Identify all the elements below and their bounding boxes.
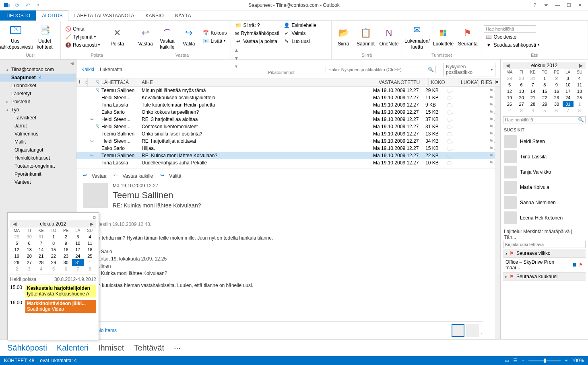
favorite-contact[interactable]: Heidi Steen [503,134,586,149]
nav-mail[interactable]: Sähköposti [7,343,47,353]
message-row[interactable]: Heidi Steen... Kevätkokouksen osallistuj… [76,94,495,101]
message-row[interactable]: ↪ Teemu Sallinen RE: Kuinka moni lähtee … [76,152,495,159]
message-row[interactable]: Tiina Lassila Uudelleenohjaus Juha-Pekal… [76,159,495,166]
tab-view[interactable]: NÄYTÄ [169,10,197,21]
search-mail-input[interactable] [326,66,426,73]
onenote-button[interactable]: NOneNote [378,26,399,47]
message-row[interactable]: Esko Sario Onko kokous tarpeellinen? Ma … [76,109,495,116]
message-row[interactable]: 📎 Teemu Sallinen Minun piti lähettää myö… [76,87,495,94]
zoom-out-icon[interactable]: − [522,358,524,363]
task-group-next-month[interactable]: ▸⚑Seuraava kuukausi [503,272,586,281]
reply-all-button[interactable]: ⤺Vastaa kaikille [157,23,177,51]
nav-calendar[interactable]: Kalenteri [57,343,89,353]
peek-dock-icon[interactable]: ⧉ [10,215,96,220]
new-task-input[interactable] [503,241,586,248]
collapse-nav-icon[interactable]: ◀ [0,61,76,66]
filter-unread[interactable]: Lukematta [100,67,122,72]
task-item[interactable]: Office – SkyDrive Pron määri...⚑ [503,258,586,271]
message-list-header[interactable]: ! ☆ 📎 LÄHETTÄJÄ AIHE VASTAANOTETTU KOKO … [76,78,500,87]
folder-tarvikkeet[interactable]: Tarvikkeet [0,114,76,122]
folder-sent[interactable]: Lähetetyt [0,90,76,98]
task-group-next-week[interactable]: ▴⚑Seuraava viikko [503,249,586,258]
search-icon[interactable]: 🔍 [426,66,436,73]
forward-button[interactable]: ↪Välitä [179,26,198,47]
people-search-input[interactable] [503,117,576,123]
send-receive-icon[interactable]: ⟳ [14,2,21,9]
view-reading-icon[interactable]: ☰ [513,358,518,363]
new-email-button[interactable]: Uusi sähköpostiviesti [2,23,29,51]
message-row[interactable]: ↪ Heidi Steen... RE: 3 harjoittelijaa al… [76,116,495,123]
quick-reply-delete-button[interactable]: ↩Vastaa ja poista [233,38,279,45]
ignore-button[interactable]: 🚫Ohita [63,25,101,33]
account-node[interactable]: ▴Tiina@contoso.com [0,66,76,74]
peek-event-2[interactable]: Markkinointivideon jälki...Southridge Vi… [25,300,96,313]
message-row[interactable]: Teemu Sallinen Onko sinulla laser-osoiti… [76,130,495,137]
search-scope-dropdown[interactable]: Nykyinen postilaatikko▾ [443,63,495,76]
move-button[interactable]: 📂Siirrä [334,26,353,47]
work-node[interactable]: ▴Työ [0,106,76,114]
people-avatar-1[interactable] [452,324,464,337]
nav-tasks[interactable]: Tehtävät [134,343,164,353]
meeting-button[interactable]: 📅Kokous [201,29,228,37]
folder-drafts[interactable]: Luonnokset [0,82,76,90]
rules-button[interactable]: 📋Säännöt [355,26,376,47]
favorite-contact[interactable]: Tiina Lassila [503,149,586,164]
folder-deleted[interactable]: ▸Poistetut [0,98,76,106]
maximize-icon[interactable]: ☐ [564,1,574,9]
tab-file[interactable]: TIEDOSTO [0,10,36,21]
message-row[interactable]: 📎 Heidi Steen... Contoson luentomonistee… [76,123,495,130]
new-items-button[interactable]: 📑Uudet kohteet [31,23,58,51]
folder-pyöränkumit[interactable]: Pyöränkumit [0,170,76,178]
peek-prev-month-icon[interactable]: ◀ [12,221,17,227]
quick-done-button[interactable]: ✓Valmis [282,30,324,37]
quick-move-button[interactable]: 📁Siirrä: ? [233,22,279,29]
follow-up-button[interactable]: ⚑Seuranta [457,26,479,47]
tab-home[interactable]: ALOITUS [36,10,68,21]
folder-inbox[interactable]: Saapuneet4 [0,74,76,82]
people-avatar-2[interactable] [466,324,479,337]
clean-up-button[interactable]: 🧹Tyhjennä▾ [63,33,101,41]
minimize-icon[interactable]: — [553,1,562,9]
todo-prev-month-icon[interactable]: ◀ [505,63,510,68]
zoom-slider[interactable] [528,360,561,361]
more-respond-button[interactable]: 📧Lisää▾ [201,37,228,45]
quick-team-button[interactable]: ✉Ryhmäsähköposti [233,30,279,37]
filter-all[interactable]: Kaikki [81,67,94,72]
favorite-contact[interactable]: Maria Koivula [503,180,586,195]
undo-icon[interactable]: ↶ [24,2,31,9]
favorite-contact[interactable]: Leena-Heli Ketonen [503,210,586,226]
reply-button[interactable]: ↩Vastaa [136,26,155,47]
people-expand-icon[interactable]: ˄ [481,332,483,337]
folder-henkilökohtaiset[interactable]: Henkilökohtaiset [0,154,76,162]
favorite-contact[interactable]: Sanna Nieminen [503,195,586,210]
folder-mallit[interactable]: Mallit [0,138,76,146]
message-row[interactable]: ↪ Heidi Steen... RE: harjoittelijat aloi… [76,137,495,145]
close-icon[interactable]: ✕ [575,1,585,9]
ribbon-display-icon[interactable]: ⏷ [541,1,551,9]
folder-valmennus[interactable]: Valmennus [0,130,76,138]
zoom-in-icon[interactable]: + [565,358,567,363]
folder-ohjaustangot[interactable]: Ohjaustangot [0,146,76,154]
peek-next-month-icon[interactable]: ▶ [89,221,95,227]
find-people-input[interactable] [484,25,536,33]
quick-to-boss-button[interactable]: 👤Esimiehelle [282,22,324,29]
junk-button[interactable]: 🚯Roskaposti▾ [63,41,101,49]
unread-read-button[interactable]: ✉Lukematon/ luettu [404,23,429,51]
delete-button[interactable]: ✕Poista [104,26,130,47]
categorize-button[interactable]: Luokittele [432,26,454,47]
nav-people[interactable]: Ihmiset [98,343,124,353]
help-icon[interactable]: ? [530,1,540,9]
tab-send-receive[interactable]: LÄHETÄ TAI VASTAANOTA [68,10,140,21]
qat-dropdown-icon[interactable]: ▾ [35,2,42,9]
address-book-button[interactable]: 📖Osoitteisto [484,33,541,41]
peek-event-1[interactable]: Keskustelu harjoittelijoidentyötehtävist… [25,285,96,297]
favorite-contact[interactable]: Tanja Varvikko [503,164,586,180]
people-search-icon[interactable]: 🔍 [576,117,585,123]
tab-folder[interactable]: KANSIO [140,10,169,21]
folder-jarrut[interactable]: Jarrut [0,122,76,130]
quick-create-button[interactable]: ✎Luo uusi [282,38,324,45]
reading-forward-button[interactable]: ↪Välitä [160,172,181,180]
todo-next-month-icon[interactable]: ▶ [578,63,584,68]
filter-email-button[interactable]: ▼Suodata sähköposti▾ [484,41,541,49]
view-normal-icon[interactable]: ▭ [505,358,509,363]
